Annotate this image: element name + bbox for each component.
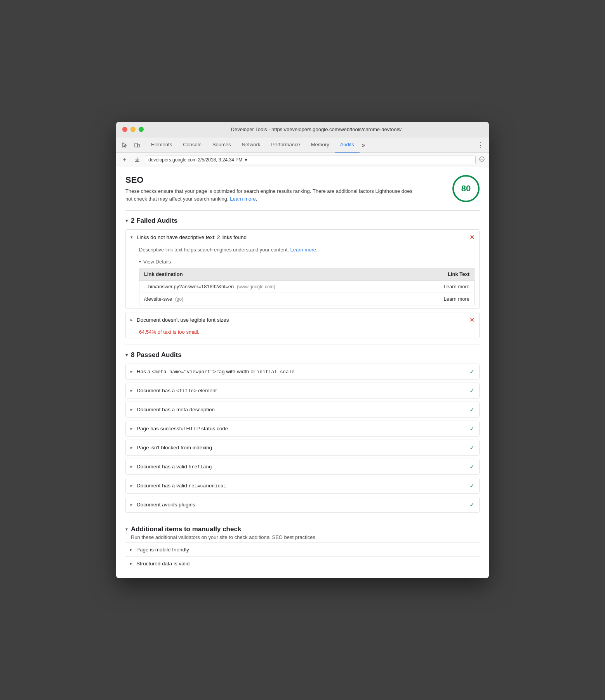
audit-indexing-pass-icon: ✓	[469, 444, 475, 451]
audit-meta-desc-chevron: ▸	[130, 407, 133, 412]
audit-canonical-header[interactable]: ▸ Document has a valid rel=canonical ✓	[126, 478, 479, 493]
no-symbol-icon	[479, 156, 485, 164]
svg-rect-1	[138, 144, 139, 147]
audit-title-header[interactable]: ▸ Document has a <title> element ✓	[126, 383, 479, 398]
tabs-container: Elements Console Sources Network Perform…	[146, 137, 475, 152]
devtools-window: Developer Tools - https://developers.goo…	[116, 122, 489, 578]
audit-title-chevron: ▸	[130, 388, 133, 393]
audit-hreflang-chevron: ▸	[130, 464, 133, 469]
table-cell-linktext-1: Learn more	[407, 281, 474, 293]
failed-audits-heading: 2 Failed Audits	[131, 217, 177, 225]
address-field[interactable]: developers.google.com 2/5/2018, 3:24:34 …	[145, 156, 476, 164]
audit-indexing-title: Page isn't blocked from indexing	[137, 445, 469, 450]
audit-item-viewport: ▸ Has a <meta name="viewport"> tag with …	[125, 364, 480, 379]
traffic-lights	[122, 127, 144, 132]
maximize-button[interactable]	[139, 127, 144, 132]
audit-canonical-pass-icon: ✓	[469, 482, 475, 489]
tab-elements[interactable]: Elements	[146, 137, 177, 152]
view-details-chevron: ▾	[139, 260, 141, 264]
download-button[interactable]	[132, 155, 142, 165]
table-col2-header: Link Text	[407, 268, 474, 281]
audit-item-title: ▸ Document has a <title> element ✓	[125, 383, 480, 399]
table-row: /devsite-swe (go) Learn more	[139, 293, 475, 305]
additional-description: Run these additional validators on your …	[131, 534, 316, 540]
seo-description: These checks ensure that your page is op…	[125, 187, 421, 203]
devtools-menu-button[interactable]: ⋮	[475, 140, 486, 151]
audit-links-text-learn-more[interactable]: Learn more	[290, 247, 316, 253]
audit-item-font-size: ▸ Document doesn't use legible font size…	[125, 312, 480, 338]
audit-meta-desc-title: Document has a meta description	[137, 407, 469, 412]
audit-font-size-fail-icon: ✕	[469, 316, 475, 324]
passed-audits-section: ▾ 8 Passed Audits ▸ Has a <meta name="vi…	[125, 351, 480, 513]
tab-console[interactable]: Console	[177, 137, 207, 152]
audit-canonical-chevron: ▸	[130, 483, 133, 488]
passed-audits-header[interactable]: ▾ 8 Passed Audits	[125, 351, 480, 359]
audit-title-pass-icon: ✓	[469, 387, 475, 394]
audit-viewport-chevron: ▸	[130, 369, 133, 374]
address-bar: + developers.google.com 2/5/2018, 3:24:3…	[116, 153, 489, 167]
audit-plugins-title: Document avoids plugins	[137, 502, 469, 508]
audit-links-text-fail-icon: ✕	[469, 234, 475, 241]
failed-audits-header[interactable]: ▾ 2 Failed Audits	[125, 217, 480, 225]
table-row: ...bin/answer.py?answer=181692&hl=en (ww…	[139, 281, 475, 293]
additional-header-text: Additional items to manually check Run t…	[131, 525, 316, 540]
tab-performance[interactable]: Performance	[266, 137, 305, 152]
table-cell-linktext-2: Learn more	[407, 293, 474, 305]
audit-indexing-header[interactable]: ▸ Page isn't blocked from indexing ✓	[126, 440, 479, 455]
divider-2	[125, 345, 480, 345]
tab-memory[interactable]: Memory	[306, 137, 335, 152]
audit-http-status-title: Page has successful HTTP status code	[137, 426, 469, 431]
audit-meta-desc-header[interactable]: ▸ Document has a meta description ✓	[126, 402, 479, 417]
seo-learn-more-link[interactable]: Learn more	[230, 196, 256, 202]
audit-indexing-chevron: ▸	[130, 445, 133, 450]
audit-meta-desc-pass-icon: ✓	[469, 406, 475, 413]
audit-http-status-pass-icon: ✓	[469, 425, 475, 432]
toolbar-icons	[119, 140, 143, 151]
additional-item-structured-data[interactable]: ▸ Structured data is valid	[125, 556, 480, 570]
seo-score-value: 80	[461, 184, 471, 194]
seo-header: SEO These checks ensure that your page i…	[125, 175, 480, 203]
new-audit-button[interactable]: +	[120, 155, 129, 165]
device-icon	[134, 142, 140, 148]
mobile-friendly-title: Page is mobile friendly	[136, 547, 189, 553]
tab-sources[interactable]: Sources	[207, 137, 236, 152]
window-title: Developer Tools - https://developers.goo…	[150, 126, 483, 132]
device-toggle-button[interactable]	[132, 140, 143, 151]
more-tabs-button[interactable]: »	[360, 142, 368, 149]
divider-3	[125, 519, 480, 519]
failed-audits-chevron: ▾	[125, 218, 128, 224]
mobile-friendly-chevron: ▸	[130, 547, 132, 552]
audit-plugins-header[interactable]: ▸ Document avoids plugins ✓	[126, 497, 479, 512]
devtools-toolbar: Elements Console Sources Network Perform…	[116, 137, 489, 153]
close-button[interactable]	[122, 127, 127, 132]
passed-audits-chevron: ▾	[125, 352, 128, 358]
divider-1	[125, 210, 480, 211]
passed-audits-heading: 8 Passed Audits	[131, 351, 182, 359]
audit-http-status-chevron: ▸	[130, 426, 133, 431]
audit-hreflang-pass-icon: ✓	[469, 463, 475, 470]
structured-data-title: Structured data is valid	[136, 561, 189, 567]
minimize-button[interactable]	[130, 127, 136, 132]
audit-links-text-body: Descriptive link text helps search engin…	[126, 245, 479, 257]
additional-section: ▾ Additional items to manually check Run…	[125, 525, 480, 570]
additional-header[interactable]: ▾ Additional items to manually check Run…	[125, 525, 480, 540]
audit-hreflang-header[interactable]: ▸ Document has a valid hreflang ✓	[126, 459, 479, 474]
additional-item-mobile-friendly[interactable]: ▸ Page is mobile friendly	[125, 542, 480, 556]
tab-audits[interactable]: Audits	[335, 137, 360, 152]
tab-network[interactable]: Network	[236, 137, 266, 152]
cursor-icon-button[interactable]	[119, 140, 130, 151]
download-icon	[134, 157, 140, 163]
audit-item-links-text-header[interactable]: ▾ Links do not have descriptive text: 2 …	[126, 230, 479, 245]
view-details-toggle[interactable]: ▾ View Details	[139, 259, 475, 265]
structured-data-chevron: ▸	[130, 561, 132, 566]
additional-chevron: ▾	[125, 527, 128, 532]
additional-heading: Additional items to manually check	[131, 525, 316, 533]
audit-http-status-header[interactable]: ▸ Page has successful HTTP status code ✓	[126, 421, 479, 436]
audit-viewport-header[interactable]: ▸ Has a <meta name="viewport"> tag with …	[126, 364, 479, 379]
audit-item-font-size-header[interactable]: ▸ Document doesn't use legible font size…	[126, 312, 479, 327]
audit-item-canonical: ▸ Document has a valid rel=canonical ✓	[125, 478, 480, 494]
audit-hreflang-title: Document has a valid hreflang	[137, 464, 469, 470]
seo-info: SEO These checks ensure that your page i…	[125, 175, 421, 203]
audit-item-links-text: ▾ Links do not have descriptive text: 2 …	[125, 229, 480, 309]
audit-font-size-fail-text: 64.54% of text is too small.	[126, 327, 479, 338]
